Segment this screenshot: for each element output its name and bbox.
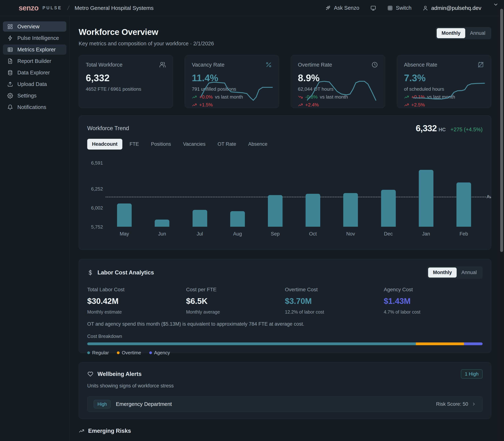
trend-headline-value: 6,332 — [416, 123, 437, 133]
settings-icon — [7, 93, 13, 98]
period-option-annual[interactable]: Annual — [465, 28, 490, 38]
trend-up-icon — [192, 94, 197, 100]
kpi-card-absence-rate: Absence Rate7.3%of scheduled hours+0.1%v… — [397, 55, 491, 108]
trend-up-icon — [404, 94, 409, 100]
labor-metric-total-labor-cost: Total Labor Cost$30.42MMonthly estimate — [87, 287, 186, 315]
trend-up-icon — [404, 102, 409, 108]
y-tick-label: 6,252 — [91, 186, 103, 192]
labor-title: Labor Cost Analytics — [97, 269, 154, 276]
bar-aug[interactable] — [230, 211, 245, 227]
chart-y-axis: 6,5916,2526,0025,752 — [87, 159, 106, 227]
ask-senzo-button[interactable]: Ask Senzo — [325, 5, 359, 11]
file-text-icon — [7, 58, 13, 64]
trend-down-icon — [298, 94, 303, 100]
bar-nov[interactable] — [343, 193, 358, 227]
high-count-badge: 1 High — [461, 369, 483, 379]
logo-text: senzo — [19, 4, 38, 12]
period-option-monthly[interactable]: Monthly — [437, 28, 465, 38]
display-mode-button[interactable] — [370, 5, 376, 11]
bar-jun[interactable] — [155, 220, 169, 227]
trend-headline-unit: HC — [439, 127, 446, 133]
legend-label: Overtime — [122, 350, 141, 356]
y-tick-label: 6,591 — [91, 160, 103, 166]
labor-period-toggle: MonthlyAnnual — [427, 266, 483, 279]
kpi-card-head: Vacancy Rate — [192, 62, 272, 68]
table-icon — [7, 47, 13, 52]
breadcrumb-separator: / — [67, 5, 70, 11]
bell-icon — [7, 104, 13, 110]
bar-dec[interactable] — [381, 190, 396, 227]
labor-metric-label: Total Labor Cost — [87, 287, 186, 293]
page-title: Workforce Overview — [79, 27, 214, 37]
breakdown-segment-overtime — [416, 343, 464, 345]
kpi-card-head: Total Workforce — [86, 62, 166, 68]
sidebar-item-metrics-explorer[interactable]: Metrics Explorer — [3, 45, 66, 55]
emerging-risks-title: Emerging Risks — [88, 428, 131, 434]
switch-label: Switch — [396, 5, 411, 11]
user-menu[interactable]: admin@pulsehq.dev — [423, 5, 481, 11]
trend-up-icon — [192, 102, 197, 108]
sidebar-item-upload-data[interactable]: Upload Data — [3, 79, 66, 89]
sidebar-item-label: Notifications — [17, 104, 46, 110]
wellbeing-title: Wellbeing Alerts — [97, 371, 142, 377]
x-tick-label: Dec — [384, 231, 393, 237]
breadcrumb: Metro General Hospital Systems — [75, 5, 154, 11]
labor-metric-sub: 12.2% of labor cost — [285, 309, 384, 315]
switch-button[interactable]: Switch — [387, 5, 411, 11]
y-tick-label: 5,752 — [91, 224, 103, 230]
labor-period-option-monthly[interactable]: Monthly — [428, 268, 457, 278]
labor-metric-overtime-cost: Overtime Cost$3.70M12.2% of labor cost — [285, 287, 384, 315]
tab-fte[interactable]: FTE — [125, 139, 144, 150]
labor-metric-sub: Monthly estimate — [87, 309, 186, 315]
kpi-card-overtime-rate: Overtime Rate8.9%62,044 OT hours-0.8%vs … — [291, 55, 385, 108]
bar-oct[interactable] — [306, 194, 320, 227]
tab-headcount[interactable]: Headcount — [87, 139, 122, 150]
alert-list: HighEmergency DepartmentRisk Score: 50 — [87, 396, 483, 412]
bar-jan[interactable] — [419, 170, 433, 227]
kpi-row: Total Workforce6,3324652 FTE / 6961 posi… — [79, 55, 491, 108]
bar-jul[interactable] — [192, 210, 207, 227]
bar-feb[interactable] — [457, 182, 471, 227]
sidebar-item-label: Settings — [17, 93, 37, 99]
sidebar-item-settings[interactable]: Settings — [3, 91, 66, 101]
labor-period-option-annual[interactable]: Annual — [457, 268, 482, 278]
kpi-label: Absence Rate — [404, 62, 437, 68]
top-header: senzo PULSE / Metro General Hospital Sys… — [0, 0, 504, 16]
sidebar-item-overview[interactable]: Overview — [3, 21, 66, 32]
sidebar-item-label: Overview — [17, 24, 40, 30]
monitor-icon — [370, 5, 376, 11]
alert-risk: Risk Score: 50 — [436, 401, 476, 407]
sidebar: OverviewPulse IntelligenceMetrics Explor… — [0, 16, 69, 441]
labor-metrics: Total Labor Cost$30.42MMonthly estimateC… — [87, 287, 483, 315]
sidebar-item-data-explorer[interactable]: Data Explorer — [3, 67, 66, 78]
sidebar-item-label: Data Explorer — [17, 70, 50, 76]
average-line-label: Avg — [487, 194, 491, 199]
chevron-down-icon[interactable] — [493, 2, 499, 7]
alert-row-emergency-department[interactable]: HighEmergency DepartmentRisk Score: 50 — [87, 396, 483, 412]
kpi-yoy-change: +2.5% — [404, 102, 484, 108]
wellbeing-subtitle: Units showing signs of workforce stress — [87, 383, 483, 389]
tab-positions[interactable]: Positions — [146, 139, 176, 150]
legend-item-overtime: Overtime — [117, 350, 141, 356]
tab-ot-rate[interactable]: OT Rate — [213, 139, 241, 150]
x-tick-label: Aug — [233, 231, 242, 237]
labor-metric-value: $30.42M — [87, 297, 186, 306]
trend-metric-tabs: HeadcountFTEPositionsVacanciesOT RateAbs… — [87, 139, 483, 150]
workforce-trend-card: Workforce Trend 6,332 HC +275 (+4.5%) He… — [79, 115, 491, 250]
bar-may[interactable] — [117, 204, 132, 227]
plot-inner: Avg — [106, 159, 483, 227]
dollar-icon — [87, 269, 94, 276]
sidebar-item-pulse-intelligence[interactable]: Pulse Intelligence — [3, 33, 66, 43]
y-tick-label: 6,002 — [91, 205, 103, 211]
scrollbar-thumb[interactable] — [500, 9, 503, 252]
user-icon — [423, 5, 428, 11]
bar-sep[interactable] — [268, 195, 283, 227]
tab-vacancies[interactable]: Vacancies — [178, 139, 210, 150]
kpi-sparkline — [307, 79, 379, 101]
sidebar-item-report-builder[interactable]: Report Builder — [3, 56, 66, 66]
sidebar-item-notifications[interactable]: Notifications — [3, 102, 66, 112]
main-content: Workforce Overview Key metrics and compo… — [69, 16, 504, 441]
kpi-sparkline — [201, 79, 273, 101]
x-tick-label: Oct — [309, 231, 317, 237]
tab-absence[interactable]: Absence — [243, 139, 272, 150]
